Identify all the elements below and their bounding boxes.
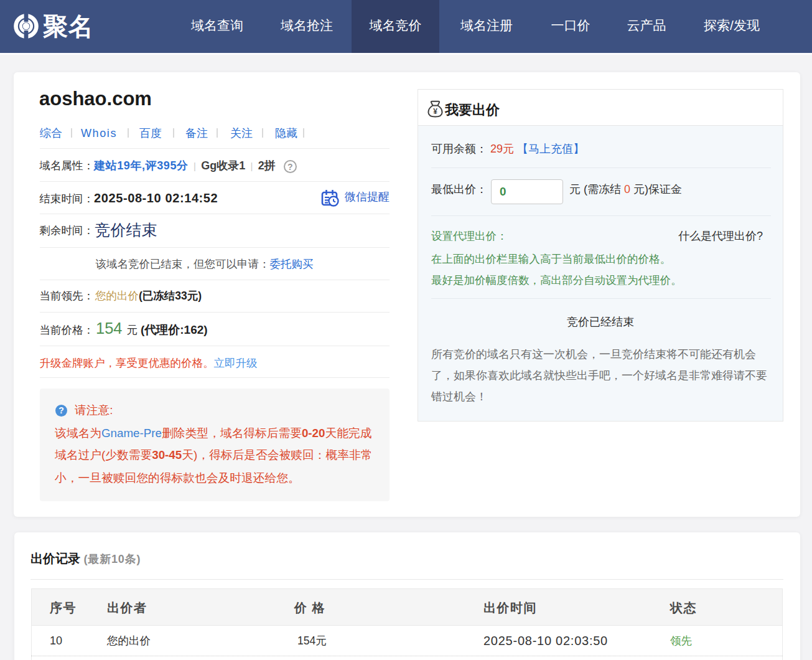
svg-text:¥: ¥ [433, 107, 437, 116]
